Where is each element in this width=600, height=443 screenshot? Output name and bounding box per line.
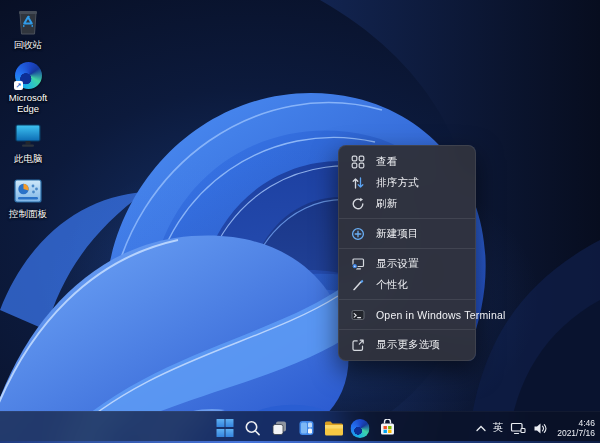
menu-item-new[interactable]: 新建项目	[339, 223, 475, 244]
desktop-icon-label: Microsoft Edge	[1, 92, 55, 114]
taskbar: 英 4:46 2021/7/16	[0, 411, 600, 443]
network-button[interactable]	[510, 422, 526, 435]
menu-item-display-settings[interactable]: 显示设置	[339, 253, 475, 274]
widgets-button[interactable]	[294, 415, 319, 441]
this-pc-icon	[13, 121, 43, 151]
desktop-icon-label: 此电脑	[14, 153, 43, 164]
taskbar-center-icons	[213, 412, 400, 443]
menu-item-label: 显示设置	[376, 257, 419, 271]
menu-item-sort-by[interactable]: 排序方式	[339, 172, 475, 193]
widgets-icon	[297, 419, 315, 437]
refresh-icon	[350, 196, 365, 211]
desktop-icon-label: 回收站	[14, 39, 43, 50]
microsoft-store-icon	[378, 419, 396, 437]
windows-start-icon	[216, 419, 234, 437]
edge-icon: ↗	[13, 60, 43, 90]
menu-item-refresh[interactable]: 刷新	[339, 193, 475, 214]
file-explorer-button[interactable]	[321, 415, 346, 441]
new-item-icon	[350, 226, 365, 241]
sort-icon	[350, 175, 365, 190]
menu-item-open-windows-terminal[interactable]: Open in Windows Terminal	[339, 304, 475, 325]
file-explorer-icon	[323, 420, 343, 437]
display-settings-icon	[350, 256, 365, 271]
menu-separator	[339, 218, 475, 219]
view-grid-icon	[350, 154, 365, 169]
menu-separator	[339, 299, 475, 300]
desktop-icon-label: 控制面板	[9, 208, 47, 219]
personalize-icon	[350, 277, 365, 292]
speaker-icon	[533, 422, 548, 435]
shortcut-arrow-icon: ↗	[14, 81, 23, 90]
wallpaper-bloom[interactable]	[0, 0, 600, 443]
clock[interactable]: 4:46 2021/7/16	[557, 418, 595, 438]
store-button[interactable]	[375, 415, 400, 441]
menu-item-personalize[interactable]: 个性化	[339, 274, 475, 295]
desktop-icon-microsoft-edge[interactable]: ↗ Microsoft Edge	[0, 60, 56, 114]
menu-item-view[interactable]: 查看	[339, 151, 475, 172]
clock-date: 2021/7/16	[557, 428, 595, 438]
taskbar-tray: 英 4:46 2021/7/16	[476, 412, 595, 443]
menu-item-label: 排序方式	[376, 176, 419, 190]
windows-terminal-icon	[350, 307, 365, 322]
menu-separator	[339, 329, 475, 330]
menu-item-label: 查看	[376, 155, 397, 169]
menu-item-label: Open in Windows Terminal	[376, 309, 506, 321]
ime-language-indicator[interactable]: 英	[493, 421, 504, 435]
search-button[interactable]	[240, 415, 265, 441]
task-view-button[interactable]	[267, 415, 292, 441]
control-panel-icon	[13, 176, 43, 206]
search-icon	[243, 419, 261, 437]
show-more-options-icon	[350, 337, 365, 352]
menu-item-label: 刷新	[376, 197, 397, 211]
context-menu: 查看 排序方式 刷新	[338, 145, 476, 361]
menu-item-label: 个性化	[376, 278, 408, 292]
menu-separator	[339, 248, 475, 249]
desktop-icon-recycle-bin[interactable]: 回收站	[0, 7, 56, 50]
start-button[interactable]	[213, 415, 238, 441]
menu-item-show-more-options[interactable]: 显示更多选项	[339, 334, 475, 355]
menu-item-label: 显示更多选项	[376, 338, 440, 352]
ethernet-network-icon	[510, 422, 526, 435]
desktop-icon-this-pc[interactable]: 此电脑	[0, 121, 56, 164]
desktop-icon-control-panel[interactable]: 控制面板	[0, 176, 56, 219]
clock-time: 4:46	[557, 418, 595, 428]
recycle-bin-icon	[13, 7, 43, 37]
volume-button[interactable]	[533, 422, 548, 435]
edge-button[interactable]	[348, 415, 373, 441]
menu-item-label: 新建项目	[376, 227, 419, 241]
hidden-icons-button[interactable]	[476, 425, 486, 432]
edge-icon	[351, 419, 370, 438]
windows-desktop: 回收站 ↗ Microsoft Edge 此电脑	[0, 0, 600, 443]
task-view-icon	[270, 419, 288, 437]
chevron-up-icon	[476, 425, 486, 432]
